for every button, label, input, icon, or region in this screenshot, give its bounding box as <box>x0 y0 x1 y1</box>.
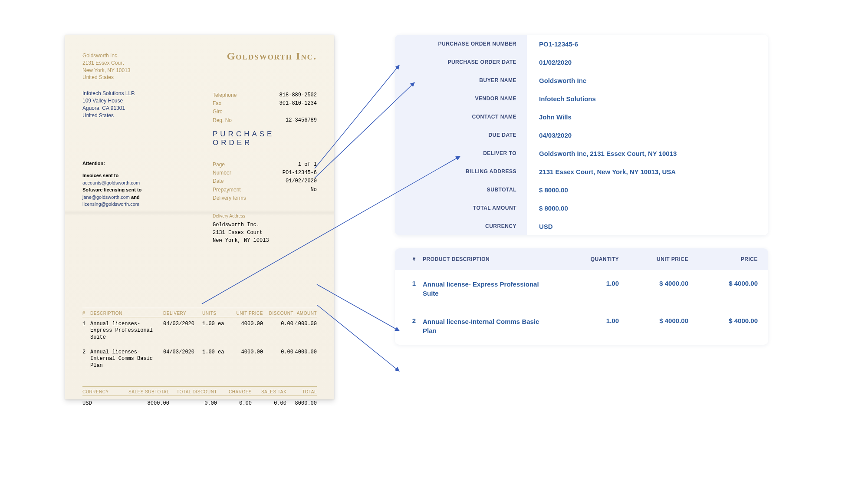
field-label: DELIVER TO <box>395 144 527 162</box>
hdr-num: # <box>82 311 90 317</box>
field-row: DUE DATE04/03/2020 <box>395 126 768 144</box>
totals-tax: 0.00 <box>252 400 286 406</box>
line-item-price: $ 4000.00 <box>688 280 758 287</box>
field-value: USD <box>527 223 768 230</box>
telephone-label: Telephone <box>213 91 237 99</box>
hdr-total-discount: TOTAL DISCOUNT <box>169 389 217 396</box>
item-amount: 4000.00 <box>293 321 317 341</box>
extracted-line-items-panel: # PRODUCT DESCRIPTION QUANTITY UNIT PRIC… <box>395 248 768 345</box>
date-value: 01/02/2020 <box>286 177 317 185</box>
number-label: Number <box>213 169 231 177</box>
field-row: VENDOR NAMEInfotech Solutions <box>395 89 768 108</box>
from-name: Goldsworth Inc. <box>82 52 131 59</box>
page-value: 1 of 1 <box>298 161 317 169</box>
from-country: United States <box>82 74 131 81</box>
field-label: PURCHASE ORDER NUMBER <box>395 35 527 53</box>
field-label: SUBTOTAL <box>395 181 527 199</box>
totals-discount: 0.00 <box>169 400 217 406</box>
hdr-units: UNITS <box>202 311 228 317</box>
attention-block: Invoices sent to accounts@goldsworth.com… <box>82 172 174 208</box>
field-value: John Wills <box>527 113 768 121</box>
item-description: Annual licenses- Express Professional Su… <box>90 321 163 341</box>
from-address: Goldsworth Inc. 2131 Essex Court New Yor… <box>82 52 131 81</box>
extracted-fields-panel: PURCHASE ORDER NUMBERPO1-12345-6PURCHASE… <box>395 35 768 235</box>
field-label: BILLING ADDRESS <box>395 162 527 181</box>
item-unit-price: 4000.00 <box>228 349 263 369</box>
item-num: 1 <box>82 321 90 341</box>
totals-total: 8000.00 <box>286 400 317 406</box>
attn-l1a: Invoices sent to <box>82 173 118 178</box>
totals-header: CURRENCY SALES SUBTOTAL TOTAL DISCOUNT C… <box>82 386 317 396</box>
totals-charges: 0.00 <box>217 400 252 406</box>
field-label: DUE DATE <box>395 126 527 144</box>
page-label: Page <box>213 161 225 169</box>
delivery-address-header: Delivery Address <box>213 214 317 218</box>
line-item-price: $ 4000.00 <box>688 317 758 324</box>
line-item-description: Annual license-Internal Comms Basic Plan <box>423 317 558 335</box>
line-item-description: Annual license- Express Professional Sui… <box>423 280 558 298</box>
field-label: CONTACT NAME <box>395 108 527 126</box>
field-value: 04/03/2020 <box>527 132 768 139</box>
field-label: TOTAL AMOUNT <box>395 199 527 217</box>
line-item-row: 1Annual license- Express Professional Su… <box>395 270 768 307</box>
th-quantity: QUANTITY <box>558 256 619 262</box>
regno-value: 12-3456789 <box>286 116 317 125</box>
delivery-l2: 2131 Essex Court <box>213 229 317 237</box>
item-delivery: 04/03/2020 <box>163 349 202 369</box>
prepayment-label: Prepayment <box>213 186 241 194</box>
po-meta-block: Page1 of 1 NumberPO1-12345-6 Date01/02/2… <box>213 161 317 202</box>
item-delivery: 04/03/2020 <box>163 321 202 341</box>
scanned-po-document: Goldsworth Inc. 2131 Essex Court New Yor… <box>65 35 334 399</box>
th-description: PRODUCT DESCRIPTION <box>423 256 558 262</box>
contact-block: Telephone818-889-2502 Fax301-810-1234 Gi… <box>213 91 317 147</box>
items-table-header: # DESCRIPTION DELIVERY UNITS UNIT PRICE … <box>82 308 317 317</box>
hdr-sales-subtotal: SALES SUBTOTAL <box>117 389 169 396</box>
giro-label: Giro <box>213 108 223 116</box>
th-price: PRICE <box>688 256 758 262</box>
attn-l4: licensing@goldsworth.com <box>82 201 139 207</box>
field-value: Goldsworth Inc <box>527 77 768 84</box>
field-row: BUYER NAMEGoldsworth Inc <box>395 71 768 89</box>
field-value: PO1-12345-6 <box>527 40 768 48</box>
date-label: Date <box>213 177 224 185</box>
item-unit-price: 4000.00 <box>228 321 263 341</box>
from-line2: New York, NY 10013 <box>82 67 131 74</box>
attn-l2: Software licensing sent to <box>82 187 141 192</box>
field-row: PURCHASE ORDER NUMBERPO1-12345-6 <box>395 35 768 53</box>
field-row: BILLING ADDRESS2131 Essex Court, New Yor… <box>395 162 768 181</box>
hdr-delivery: DELIVERY <box>163 311 202 317</box>
fax-value: 301-810-1234 <box>279 99 317 108</box>
field-label: BUYER NAME <box>395 71 527 89</box>
line-item-unit-price: $ 4000.00 <box>619 280 688 287</box>
field-row: DELIVER TOGoldsworth Inc, 2131 Essex Cou… <box>395 144 768 162</box>
field-value: $ 8000.00 <box>527 204 768 212</box>
line-item-quantity: 1.00 <box>558 317 619 324</box>
line-items-header: # PRODUCT DESCRIPTION QUANTITY UNIT PRIC… <box>395 248 768 270</box>
totals-row: USD 8000.00 0.00 0.00 0.00 8000.00 <box>82 400 317 406</box>
hdr-charges: CHARGES <box>217 389 252 396</box>
company-logo-text: Goldsworth Inc. <box>227 50 317 81</box>
totals-currency: USD <box>82 400 117 406</box>
item-num: 2 <box>82 349 90 369</box>
line-item-unit-price: $ 4000.00 <box>619 317 688 324</box>
field-value: Infotech Solutions <box>527 95 768 102</box>
th-unit-price: UNIT PRICE <box>619 256 688 262</box>
hdr-sales-tax: SALES TAX <box>252 389 286 396</box>
attn-l1b: accounts@goldsworth.com <box>82 180 140 185</box>
item-description: Annual licenses- Internal Comms Basic Pl… <box>90 349 163 369</box>
field-value: Goldsworth Inc, 2131 Essex Court, NY 100… <box>527 150 768 157</box>
attn-l3b: and <box>130 195 140 200</box>
field-row: PURCHASE ORDER DATE01/02/2020 <box>395 53 768 71</box>
from-line1: 2131 Essex Court <box>82 59 131 67</box>
field-value: $ 8000.00 <box>527 186 768 194</box>
delivery-terms-label: Delivery terms <box>213 194 246 202</box>
attn-l3a: jane@goldsworth.com <box>82 195 130 200</box>
line-item-num: 2 <box>405 317 423 324</box>
hdr-total: TOTAL <box>286 389 317 396</box>
regno-label: Reg. No <box>213 116 232 125</box>
item-discount: 0.00 <box>263 349 293 369</box>
field-row: TOTAL AMOUNT$ 8000.00 <box>395 199 768 217</box>
field-row: SUBTOTAL$ 8000.00 <box>395 181 768 199</box>
prepayment-value: No <box>311 186 317 194</box>
field-label: VENDOR NAME <box>395 89 527 108</box>
